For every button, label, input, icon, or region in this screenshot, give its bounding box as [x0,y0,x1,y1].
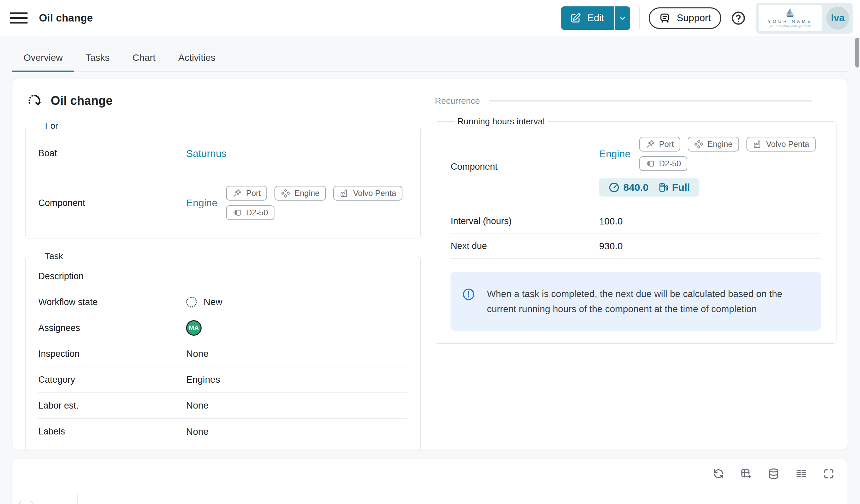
logo-name-text: YOUR NAME [768,19,813,24]
gauge-icon [608,182,620,193]
engine-block-icon [646,159,655,168]
category-row: Category Engines [38,367,407,393]
sailboat-icon [785,8,796,18]
diamonds-icon [281,188,290,198]
page-title: Oil change [39,12,93,24]
factory-icon [753,140,762,149]
next-due-label: Next due [450,241,599,251]
workflow-state-row: Workflow state New [38,289,407,315]
interval-label: Interval (hours) [450,216,599,227]
edit-split-button: Edit [561,6,630,30]
card-heading: Oil change [51,94,113,108]
next-due-row: Next due 930.0 [450,234,820,259]
main-content: Oil change For Boat Saturnus Component E… [0,72,860,504]
recurrence-section-label: Recurrence [435,96,480,106]
running-hours-value: 840.0 [623,182,648,193]
description-row: Description [38,263,407,289]
info-note-text: When a task is completed, the next due w… [487,286,789,317]
recurrence-component-row: Component Engine Port [450,129,820,209]
labels-row: Labels None [38,419,407,445]
bottom-widget-card [12,459,848,504]
hamburger-menu-icon[interactable] [9,11,29,26]
organization-logo: YOUR NAME your tagline can go here [759,5,822,31]
refresh-icon [713,468,725,480]
database-icon [768,468,780,480]
workflow-state-new-icon [186,297,197,307]
fuel-pump-icon [658,182,669,193]
edit-button-label: Edit [587,12,604,24]
assignee-avatar[interactable]: MA [186,320,202,336]
running-hours-legend: Running hours interval [454,116,548,127]
fullscreen-icon [823,468,835,480]
labor-est-value: None [186,400,209,411]
user-avatar[interactable]: Iva [827,7,849,30]
partial-widget-button [19,501,33,504]
inspection-value: None [186,348,209,359]
recurrence-rule [489,100,812,101]
assignees-row: Assignees MA [38,315,407,341]
interval-row: Interval (hours) 100.0 [450,209,820,234]
recurring-task-icon [27,94,41,108]
app-header: Oil change Edit Support [0,0,860,36]
labor-est-row: Labor est. None [38,393,407,419]
user-menu[interactable]: YOUR NAME your tagline can go here Iva [756,3,852,33]
labels-value: None [186,427,209,437]
support-chat-icon [659,12,671,24]
recurrence-column: Recurrence Running hours interval Compon… [435,93,836,450]
list-view-button[interactable] [795,468,807,480]
chevron-down-icon [618,14,627,23]
component-row: Component Engine Port Engine [38,174,407,232]
running-hours-interval-section: Running hours interval Component Engine … [435,116,836,344]
refresh-button[interactable] [713,468,725,480]
info-icon [462,288,475,301]
component-link[interactable]: Engine [186,197,217,208]
widget-toolbar [25,468,835,480]
support-button-label: Support [677,12,711,24]
edit-dropdown-button[interactable] [614,6,630,30]
database-button[interactable] [768,468,780,480]
list-columns-icon [795,468,807,480]
component-badges: Port Engine Volvo Penta [226,186,407,220]
task-details-column: Oil change For Boat Saturnus Component E… [25,93,420,450]
recurrence-component-label: Component [450,162,599,172]
for-section: For Boat Saturnus Component Engine Port [25,120,420,239]
overview-card: Oil change For Boat Saturnus Component E… [12,78,848,450]
task-section: Task Description Workflow state New Assi… [25,251,420,450]
inspection-row: Inspection None [38,341,407,367]
recurrence-component-link[interactable]: Engine [599,148,630,160]
tab-chart[interactable]: Chart [121,48,167,72]
task-section-legend: Task [42,251,66,261]
badge-engine: Engine [274,186,326,201]
pencil-icon [570,12,581,24]
partial-column-divider [77,493,78,504]
boat-label: Boat [38,148,186,159]
boat-row: Boat Saturnus [38,133,407,174]
tab-tasks[interactable]: Tasks [74,48,121,72]
table-export-icon [740,468,752,480]
badge-port: Port [639,137,680,152]
badge-d2-50: D2-50 [639,156,687,171]
logo-tagline-text: your tagline can go here [769,24,811,28]
fullscreen-button[interactable] [823,468,835,480]
pushpin-icon [646,140,655,149]
question-circle-icon [731,11,746,26]
category-value: Engines [186,374,220,385]
header-divider [639,7,640,29]
support-button[interactable]: Support [649,8,721,29]
engine-block-icon [232,208,242,217]
workflow-state-value: New [204,297,223,307]
vertical-scrollbar-thumb[interactable] [855,38,859,68]
fuel-level-value: Full [672,182,690,193]
edit-button[interactable]: Edit [561,6,614,30]
badge-port: Port [226,186,267,201]
info-note: When a task is completed, the next due w… [450,272,820,331]
export-table-button[interactable] [740,468,752,480]
tab-bar: Overview Tasks Chart Activities [12,36,848,72]
help-button[interactable] [729,10,748,26]
for-section-legend: For [42,120,61,131]
next-due-value: 930.0 [599,241,622,252]
tab-activities[interactable]: Activities [167,48,227,72]
tab-overview[interactable]: Overview [12,48,74,72]
interval-value: 100.0 [599,216,622,227]
boat-link[interactable]: Saturnus [186,148,226,159]
